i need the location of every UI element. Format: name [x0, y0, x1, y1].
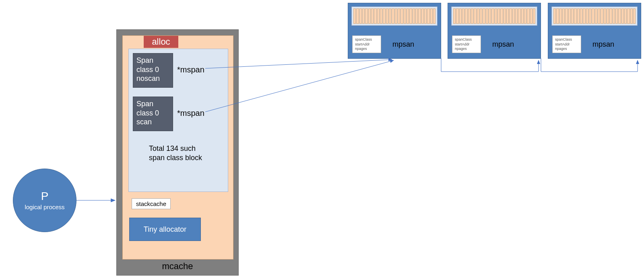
memory-slot [580, 8, 582, 24]
attr-npages: npages [455, 47, 478, 51]
memory-slot [453, 8, 456, 24]
memory-slot [392, 8, 394, 24]
memory-slot [421, 8, 424, 24]
attr-startaddr: startAddr [455, 42, 478, 47]
memory-slot [577, 8, 580, 24]
memory-slot [598, 8, 600, 24]
memory-slot [556, 8, 559, 24]
mpsan-attrs: spanClass startAddr npages [352, 35, 381, 53]
memory-slot [515, 8, 518, 24]
memory-slot [509, 8, 512, 24]
memory-slot [495, 8, 497, 24]
memory-slot [395, 8, 397, 24]
mpsan-block-2: spanClass startAddr npages mpsan [448, 3, 541, 59]
memory-slot [504, 8, 506, 24]
memory-slot [604, 8, 606, 24]
memory-slot [627, 8, 630, 24]
memory-slot [480, 8, 482, 24]
memory-slot [389, 8, 391, 24]
memory-slot [527, 8, 529, 24]
mcache-container: alloc Span class 0 noscan *mspan Span cl… [116, 29, 239, 276]
memory-slot [500, 8, 503, 24]
memory-slot [565, 8, 568, 24]
mpsan-attrs: spanClass startAddr npages [552, 35, 581, 53]
mpsan-attrs: spanClass startAddr npages [452, 35, 481, 53]
process-letter: P [41, 191, 49, 202]
memory-slot [433, 8, 436, 24]
mpsan-memory-slots [351, 6, 438, 26]
memory-slot [491, 8, 494, 24]
memory-slot [497, 8, 500, 24]
memory-slot [418, 8, 421, 24]
total-span-note: Total 134 such span class block [149, 144, 213, 163]
memory-slot [486, 8, 488, 24]
memory-slot [424, 8, 427, 24]
memory-slot [615, 8, 618, 24]
memory-slot [477, 8, 479, 24]
mpsan-memory-slots [551, 6, 638, 26]
memory-slot [456, 8, 458, 24]
memory-slot [609, 8, 612, 24]
memory-slot [374, 8, 376, 24]
memory-slot [383, 8, 385, 24]
mpsan-label: mpsan [392, 40, 414, 49]
memory-slot [465, 8, 467, 24]
memory-slot [400, 8, 403, 24]
memory-slot [462, 8, 464, 24]
memory-slot [613, 8, 615, 24]
attr-startaddr: startAddr [355, 42, 378, 47]
mpsan-block-3: spanClass startAddr npages mpsan [548, 3, 641, 59]
memory-slot [633, 8, 636, 24]
memory-slot [356, 8, 359, 24]
memory-slot [413, 8, 415, 24]
span-class-0-scan: Span class 0 scan [133, 97, 173, 131]
memory-slot [562, 8, 565, 24]
memory-slot [618, 8, 621, 24]
logical-process-node: P logical process [13, 169, 76, 232]
memory-slot [471, 8, 473, 24]
memory-slot [353, 8, 356, 24]
memory-slot [553, 8, 556, 24]
memory-slot [521, 8, 524, 24]
memory-slot [404, 8, 406, 24]
memory-slot [368, 8, 371, 24]
memory-slot [371, 8, 374, 24]
alloc-label: alloc [144, 36, 178, 48]
memory-slot [386, 8, 388, 24]
tiny-allocator-box: Tiny allocator [129, 218, 201, 241]
memory-slot [407, 8, 409, 24]
memory-slot [362, 8, 365, 24]
memory-slot [474, 8, 476, 24]
memory-slot [377, 8, 380, 24]
memory-slot [601, 8, 603, 24]
mpsan-label: mpsan [492, 40, 514, 49]
mspan-pointer-label-1: *mspan [177, 65, 204, 74]
memory-slot [589, 8, 591, 24]
mpsan-label: mpsan [592, 40, 614, 49]
memory-slot [459, 8, 462, 24]
memory-slot [583, 8, 585, 24]
attr-spanclass: spanClass [355, 37, 378, 42]
memory-slot [468, 8, 471, 24]
memory-slot [380, 8, 382, 24]
memory-slot [530, 8, 533, 24]
attr-npages: npages [555, 47, 578, 51]
memory-slot [568, 8, 571, 24]
mcache-body: alloc Span class 0 noscan *mspan Span cl… [122, 35, 233, 259]
arrows-layer [0, 0, 644, 280]
memory-slot [559, 8, 562, 24]
memory-slot [624, 8, 627, 24]
memory-slot [630, 8, 633, 24]
memory-slot [607, 8, 609, 24]
mpsan-memory-slots [451, 6, 537, 26]
mcache-label: mcache [117, 261, 238, 272]
memory-slot [427, 8, 429, 24]
attr-spanclass: spanClass [555, 37, 578, 42]
attr-spanclass: spanClass [455, 37, 478, 42]
memory-slot [489, 8, 491, 24]
memory-slot [409, 8, 412, 24]
memory-slot [415, 8, 418, 24]
alloc-array: Span class 0 noscan *mspan Span class 0 … [128, 49, 228, 192]
mspan-pointer-label-2: *mspan [177, 109, 204, 118]
memory-slot [430, 8, 433, 24]
